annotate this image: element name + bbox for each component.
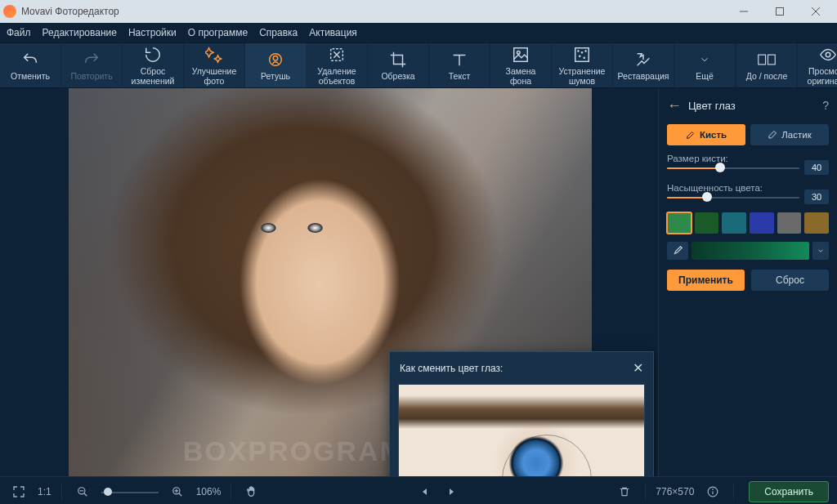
toolbar: Отменить Повторить Сброс изменений Улучш… [0, 43, 837, 88]
crop-button[interactable]: Обрезка [368, 43, 429, 87]
separator [645, 484, 646, 500]
delete-button[interactable] [614, 481, 635, 502]
swatch-4[interactable] [777, 212, 802, 234]
close-button[interactable] [798, 0, 834, 23]
canvas-area[interactable]: BOXPROGRAMS.RU Как сменить цвет глаз: ✕ … [0, 88, 658, 476]
view-original-button[interactable]: Просмотр оригинала [798, 43, 837, 87]
popup-title: Как сменить цвет глаз: [400, 363, 503, 374]
svg-point-12 [578, 50, 579, 51]
svg-rect-11 [575, 47, 589, 61]
color-swatches [667, 212, 829, 234]
svg-point-16 [584, 57, 584, 58]
undo-button[interactable]: Отменить [0, 43, 61, 87]
bottombar: 1:1 106% 776×570 Сохранить [0, 476, 837, 504]
remove-label: Удаление объектов [317, 66, 356, 86]
save-button[interactable]: Сохранить [749, 481, 829, 502]
apply-button[interactable]: Применить [667, 270, 745, 291]
background-button[interactable]: Замена фона [490, 43, 552, 87]
compare-icon [758, 51, 776, 69]
next-image-button[interactable] [441, 481, 462, 502]
crop-label: Обрезка [381, 71, 414, 81]
saturation-slider[interactable] [667, 191, 799, 203]
window-title: Movavi Фоторедактор [21, 6, 726, 17]
hand-tool-button[interactable] [241, 481, 262, 502]
menu-edit[interactable]: Редактирование [43, 27, 117, 38]
svg-point-10 [517, 51, 520, 54]
side-panel: ← Цвет глаз ? Кисть Ластик Размер кисти:… [658, 88, 837, 476]
panel-help-button[interactable]: ? [822, 99, 829, 112]
brush-label: Кисть [700, 130, 727, 140]
enhance-icon [205, 46, 223, 64]
color-gradient[interactable] [692, 242, 809, 260]
retouch-button[interactable]: Ретушь [245, 43, 307, 87]
saturation-value: 30 [804, 190, 829, 204]
svg-line-26 [83, 493, 87, 497]
eye-icon [819, 46, 837, 64]
swatch-0[interactable] [667, 212, 692, 234]
brush-size-slider[interactable] [667, 162, 799, 173]
text-button[interactable]: Текст [429, 43, 490, 87]
svg-rect-1 [777, 8, 784, 16]
reset-changes-button[interactable]: Сброс изменений [123, 43, 184, 87]
text-label: Текст [449, 71, 470, 81]
zoom-out-button[interactable] [72, 481, 93, 502]
reset-label: Сброс изменений [132, 66, 175, 86]
swatch-2[interactable] [722, 212, 746, 234]
chevron-down-icon [696, 51, 714, 69]
menu-file[interactable]: Файл [7, 27, 31, 38]
brush-tool-button[interactable]: Кисть [667, 124, 745, 145]
menu-help[interactable]: Справка [259, 27, 298, 38]
menu-about[interactable]: О программе [188, 27, 248, 38]
zoom-in-button[interactable] [167, 481, 188, 502]
maximize-button[interactable] [762, 0, 798, 23]
svg-point-15 [580, 56, 580, 56]
more-button[interactable]: Ещё [674, 43, 736, 87]
separator [231, 484, 231, 500]
redo-label: Повторить [70, 71, 112, 81]
more-label: Ещё [696, 71, 713, 81]
prev-image-button[interactable] [414, 481, 436, 502]
text-icon [450, 51, 468, 69]
titlebar: Movavi Фоторедактор [0, 0, 837, 23]
zoom-slider[interactable] [101, 486, 159, 497]
minimize-button[interactable] [726, 0, 762, 23]
panel-back-button[interactable]: ← [667, 97, 682, 114]
background-label: Замена фона [506, 66, 536, 86]
eyedropper-button[interactable] [667, 242, 688, 260]
popup-close-button[interactable]: ✕ [633, 360, 643, 376]
remove-objects-button[interactable]: Удаление объектов [307, 43, 368, 87]
before-after-button[interactable]: До / после [736, 43, 798, 87]
reset-icon [144, 46, 162, 64]
svg-point-19 [826, 52, 830, 57]
menu-settings[interactable]: Настройки [128, 27, 177, 38]
svg-line-30 [178, 493, 181, 497]
info-button[interactable] [702, 481, 723, 502]
enhance-button[interactable]: Улучшение фото [184, 43, 245, 87]
workspace: BOXPROGRAMS.RU Как сменить цвет глаз: ✕ … [0, 88, 837, 476]
swatch-3[interactable] [750, 212, 774, 234]
reset-button[interactable]: Сброс [751, 270, 829, 291]
restore-button[interactable]: Реставрация [613, 43, 674, 87]
background-icon [512, 46, 530, 64]
swatch-5[interactable] [804, 212, 829, 234]
svg-point-33 [713, 489, 714, 490]
swatch-1[interactable] [695, 212, 719, 234]
fullscreen-button[interactable] [8, 481, 29, 502]
popup-preview [398, 384, 645, 476]
eraser-tool-button[interactable]: Ластик [750, 124, 829, 145]
svg-point-5 [273, 56, 278, 60]
enhance-label: Улучшение фото [192, 66, 237, 86]
menubar: Файл Редактирование Настройки О программ… [0, 23, 837, 43]
undo-icon [21, 51, 39, 69]
svg-rect-17 [759, 55, 766, 65]
redo-button[interactable]: Повторить [61, 43, 123, 87]
view-original-label: Просмотр оригинала [808, 66, 837, 86]
crop-icon [389, 51, 407, 69]
brush-size-value: 40 [804, 160, 829, 175]
noise-button[interactable]: Устранение шумов [552, 43, 613, 87]
ratio-label[interactable]: 1:1 [38, 486, 51, 497]
menu-activation[interactable]: Активация [309, 27, 357, 38]
svg-point-14 [585, 50, 586, 51]
color-dropdown-button[interactable] [812, 242, 829, 260]
separator [61, 484, 62, 500]
